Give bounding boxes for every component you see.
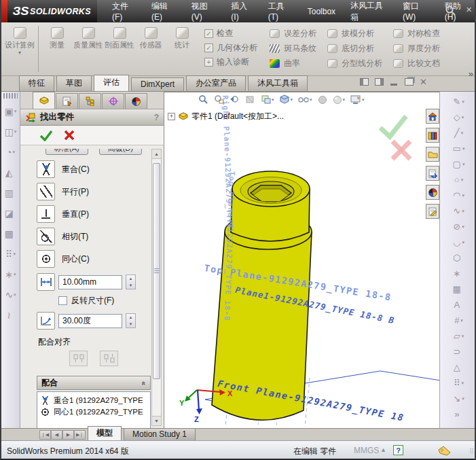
vscroll-thumb[interactable] <box>153 163 160 379</box>
angle-mate-button[interactable] <box>37 312 55 330</box>
home-icon[interactable] <box>426 109 439 124</box>
view-palette-icon[interactable] <box>426 166 439 181</box>
toolbar-grip[interactable] <box>3 93 18 99</box>
sketch-tool-button[interactable]: ◇▾ <box>440 109 476 125</box>
panel-left-icon[interactable] <box>360 78 369 86</box>
ribbon-analysis-item[interactable]: 比较文档 <box>393 58 440 69</box>
ribbon-analysis-item[interactable]: 斑马条纹 <box>270 43 316 54</box>
feature-tool-button[interactable]: ▩▾ <box>1 224 20 244</box>
mate-type-button[interactable] <box>37 160 55 178</box>
distance-input[interactable]: 10.00mm <box>58 275 122 289</box>
ribbon-analysis-item[interactable]: 分型线分析 <box>327 58 382 69</box>
mate-type-button[interactable] <box>37 228 55 245</box>
custom-properties-icon[interactable] <box>426 204 439 219</box>
file-explorer-icon[interactable] <box>426 147 439 162</box>
sketch-tool-button[interactable]: △▾ <box>440 359 476 375</box>
scroll-down-icon[interactable]: ▼ <box>152 416 161 425</box>
sketch-tool-button[interactable]: #▾ <box>440 313 476 328</box>
ribbon-tool-button[interactable]: 传感器 <box>135 24 166 74</box>
flip-dimension-checkbox[interactable] <box>58 296 67 305</box>
units-dropdown[interactable]: MMGS <box>354 446 379 455</box>
sketch-tool-button[interactable]: ⊘▾ <box>440 219 476 234</box>
distance-mate-button[interactable] <box>37 273 55 291</box>
panel-right-icon[interactable] <box>375 78 384 86</box>
design-study-button[interactable]: 设计算例 ▾ <box>4 24 35 74</box>
tab-model[interactable]: 模型 <box>88 426 122 440</box>
graphics-viewport[interactable]: X Y Z ▾ ▾ ▾ ▾ ▾ + 零件1 (Default<按加工>... R… <box>164 92 439 428</box>
ribbon-tool-button[interactable]: 统计 <box>166 24 198 74</box>
anti-aligned-button[interactable] <box>100 351 118 366</box>
sketch-tool-button[interactable]: ▱▾ <box>440 328 476 344</box>
feature-tool-button[interactable]: ◭▾ <box>1 162 20 183</box>
prev-tab-icon[interactable]: ◀ <box>51 430 62 440</box>
minimize-icon[interactable] <box>390 78 399 86</box>
tab-propertymanager[interactable] <box>33 92 55 109</box>
menu-item[interactable]: Toolbox <box>300 3 343 20</box>
tab-dimxpertmanager[interactable] <box>102 93 124 109</box>
sketch-tool-button[interactable]: »▾ <box>440 406 476 422</box>
restore-icon[interactable] <box>405 78 414 86</box>
tab-displaymanager[interactable] <box>125 93 147 109</box>
angle-input[interactable]: 30.00度 <box>58 314 122 328</box>
ribbon-tool-button[interactable]: 剖面属性 <box>104 24 135 74</box>
mates-group-header[interactable]: 配合 « <box>37 376 151 390</box>
feature-tool-button[interactable]: ◫▾ <box>1 122 20 142</box>
units-caret-icon[interactable]: ▲ <box>380 446 386 453</box>
tree-expand-icon[interactable]: + <box>168 113 175 120</box>
sketch-tool-button[interactable]: ▦▾ <box>440 281 476 297</box>
command-tab[interactable]: 沐风工具箱 <box>248 75 308 91</box>
ribbon-tool-button[interactable]: 质量属性 <box>73 24 104 74</box>
ribbon-analysis-item[interactable]: 曲率 <box>270 58 316 69</box>
sketch-tool-button[interactable]: ◠▾ <box>440 188 476 203</box>
model-3d[interactable]: X Y Z <box>164 92 439 428</box>
command-tab[interactable]: DimXpert <box>131 77 184 91</box>
ribbon-analysis-item[interactable]: 底切分析 <box>327 43 382 54</box>
cancel-button[interactable] <box>64 130 75 141</box>
sketch-tool-button[interactable]: A▾ <box>440 297 476 313</box>
feature-tool-button[interactable]: ⠿▾ <box>1 244 20 264</box>
ribbon-analysis-item[interactable]: 厚度分析 <box>393 43 440 54</box>
resize-grip[interactable]: ⠿ <box>469 448 475 455</box>
ribbon-check-item[interactable]: 输入诊断 <box>204 56 257 68</box>
sketch-tool-button[interactable]: ╱▾ <box>440 125 476 141</box>
feature-tool-button[interactable]: ∗▾ <box>1 264 20 285</box>
mode-button[interactable]: 标准(A) <box>45 149 88 155</box>
tree-root-label[interactable]: 零件1 (Default<按加工>... <box>191 111 284 122</box>
display-style-icon[interactable]: ▾ <box>280 94 293 105</box>
ribbon-tool-button[interactable]: 测量 <box>41 24 73 74</box>
zoom-to-area-icon[interactable] <box>214 94 224 105</box>
mate-list-item[interactable]: 同心1 (91292A279_TYPE <box>40 406 147 418</box>
hide-show-items-icon[interactable]: ▾ <box>298 95 312 104</box>
sketch-tool-button[interactable]: ∿▾ <box>440 203 476 219</box>
ribbon-check-item[interactable]: 几何体分析 <box>204 42 257 54</box>
sketch-tool-button[interactable]: ⊃▾ <box>440 344 476 359</box>
last-tab-icon[interactable]: ▶❘ <box>74 430 86 440</box>
aligned-button[interactable] <box>69 351 88 366</box>
quick-tips-badge[interactable]: ? <box>393 445 403 455</box>
close-icon[interactable]: × <box>466 3 472 15</box>
mate-type-button[interactable] <box>37 250 55 268</box>
view-orientation-icon[interactable]: ▾ <box>261 94 274 105</box>
design-library-icon[interactable] <box>426 128 439 143</box>
next-tab-icon[interactable]: ▶ <box>62 430 74 440</box>
ribbon-check-item[interactable]: 检查 <box>204 28 257 39</box>
feature-tool-button[interactable]: ▣▾ <box>1 101 20 122</box>
mode-button[interactable]: 高级(D) <box>99 149 142 155</box>
ribbon-analysis-item[interactable]: 误差分析 <box>270 28 316 39</box>
tab-configurationmanager[interactable] <box>79 93 101 109</box>
command-tab[interactable]: 办公室产品 <box>186 75 246 91</box>
first-tab-icon[interactable]: ❘◀ <box>39 430 51 440</box>
feature-tool-button[interactable]: ◪▾ <box>1 203 20 224</box>
previous-view-icon[interactable] <box>230 94 240 105</box>
ribbon-analysis-item[interactable]: 对称检查 <box>393 28 440 39</box>
help-icon[interactable]: ? <box>154 113 159 122</box>
command-tab[interactable]: 特征 <box>19 75 54 91</box>
sketch-tool-button[interactable]: ↘▾ <box>440 391 476 406</box>
mate-list-item[interactable]: 重合1 (91292A279_TYPE <box>40 395 147 406</box>
feature-tool-button[interactable]: ◔▾ <box>1 142 20 162</box>
appearances-icon[interactable] <box>426 185 439 200</box>
angle-stepper[interactable]: ▲▼ <box>126 313 136 328</box>
sketch-tool-button[interactable]: ▢▾ <box>440 156 476 172</box>
sketch-tool-button[interactable]: ⬡▾ <box>440 250 476 266</box>
tab-motion-study[interactable]: Motion Study 1 <box>124 428 196 440</box>
